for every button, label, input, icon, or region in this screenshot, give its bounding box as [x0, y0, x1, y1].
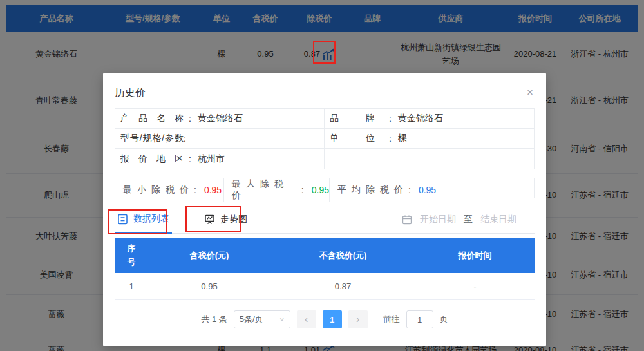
min-price-value: 0.95 — [204, 185, 222, 195]
stat-label: 平均除税价 — [337, 184, 408, 196]
goto-label: 前往 — [383, 314, 400, 325]
pagination: 共 1 条 5条/页 ∨ ‹ 1 › 前往 页 — [115, 310, 535, 328]
next-page-button[interactable]: › — [348, 310, 368, 328]
info-brand: 品牌 : 黄金锦络石 — [325, 109, 534, 129]
cell-tax-price: 0.95 — [148, 281, 270, 291]
prev-page-button[interactable]: ‹ — [297, 310, 316, 328]
colon: : — [184, 133, 186, 144]
colon: : — [194, 185, 196, 195]
avg-price-value: 0.95 — [419, 185, 436, 195]
info-unit: 单位 : 棵 — [325, 129, 534, 149]
cell-quote-time: - — [415, 281, 535, 291]
min-price-stat: 最小除税价 : 0.95 — [115, 178, 224, 202]
total-count: 共 1 条 — [201, 314, 227, 325]
history-price-modal: 历史价 × 产品名称 : 黄金锦络石 品牌 : 黄金锦络石 型号/规格/参数 :… — [103, 73, 546, 346]
colon: : — [301, 185, 304, 195]
info-region: 报价地区 : 杭州市 — [115, 149, 325, 169]
column-header-quote-time: 报价时间 — [415, 250, 535, 261]
tab-label: 数据列表 — [133, 213, 169, 225]
list-document-icon — [117, 214, 128, 225]
info-label: 品牌 — [330, 113, 375, 124]
info-empty-cell — [325, 149, 534, 169]
max-price-value: 0.95 — [312, 185, 329, 195]
info-value: 杭州市 — [198, 153, 225, 165]
info-spec: 型号/规格/参数 : — [115, 129, 325, 149]
calendar-icon — [402, 214, 412, 225]
stat-label: 最小除税价 — [123, 184, 194, 196]
column-header-seq: 序号 — [115, 242, 148, 269]
info-value: 黄金锦络石 — [198, 113, 243, 124]
column-header-no-tax-price: 不含税价(元) — [270, 250, 415, 261]
info-label: 型号/规格/参数 — [120, 133, 184, 144]
cell-no-tax-price: 0.87 — [270, 281, 415, 291]
stat-label: 最大除税价 — [232, 178, 301, 202]
end-date-input[interactable]: 结束日期 — [480, 214, 516, 225]
product-info-grid: 产品名称 : 黄金锦络石 品牌 : 黄金锦络石 型号/规格/参数 : 单位 : … — [115, 108, 535, 169]
modal-title: 历史价 — [115, 86, 146, 100]
price-stats-bar: 最小除税价 : 0.95 最大除税价 : 0.95 平均除税价 : 0.95 — [115, 178, 535, 198]
colon: : — [189, 113, 191, 124]
close-icon[interactable]: × — [527, 87, 533, 98]
cell-seq: 1 — [115, 281, 148, 291]
chevron-down-icon: ∨ — [279, 316, 285, 323]
max-price-stat: 最大除税价 : 0.95 — [224, 178, 330, 202]
history-table-row: 1 0.95 0.87 - — [115, 273, 535, 300]
info-label: 报价地区 — [120, 153, 184, 165]
date-range-separator: 至 — [464, 214, 473, 225]
info-label: 单位 — [330, 133, 375, 144]
info-product-name: 产品名称 : 黄金锦络石 — [115, 109, 325, 129]
goto-page-input[interactable] — [406, 310, 433, 328]
column-header-tax-price: 含税价(元) — [148, 250, 270, 261]
info-value: 棵 — [398, 133, 407, 144]
colon: : — [408, 185, 411, 195]
page-size-select[interactable]: 5条/页 ∨ — [234, 310, 290, 328]
tab-data-list[interactable]: 数据列表 — [115, 206, 172, 234]
tab-trend-chart[interactable]: 走势图 — [202, 205, 250, 233]
avg-price-stat: 平均除税价 : 0.95 — [330, 178, 534, 202]
tabs-toolbar: 数据列表 走势图 开始日期 至 结束日期 — [115, 205, 535, 234]
colon: : — [189, 154, 191, 164]
page-number-1[interactable]: 1 — [323, 310, 342, 328]
history-table-header: 序号 含税价(元) 不含税价(元) 报价时间 — [115, 238, 535, 273]
page-unit-label: 页 — [440, 314, 448, 325]
info-value: 黄金锦络石 — [398, 113, 443, 124]
history-price-table: 序号 含税价(元) 不含税价(元) 报价时间 1 0.95 0.87 - — [115, 238, 535, 300]
colon: : — [389, 113, 392, 124]
date-range-filter: 开始日期 至 结束日期 — [402, 214, 535, 225]
page-size-value: 5条/页 — [240, 314, 263, 325]
tab-label: 走势图 — [220, 214, 247, 225]
start-date-input[interactable]: 开始日期 — [420, 214, 456, 225]
info-label: 产品名称 — [120, 113, 184, 124]
trend-board-icon — [204, 214, 215, 225]
colon: : — [389, 133, 392, 144]
